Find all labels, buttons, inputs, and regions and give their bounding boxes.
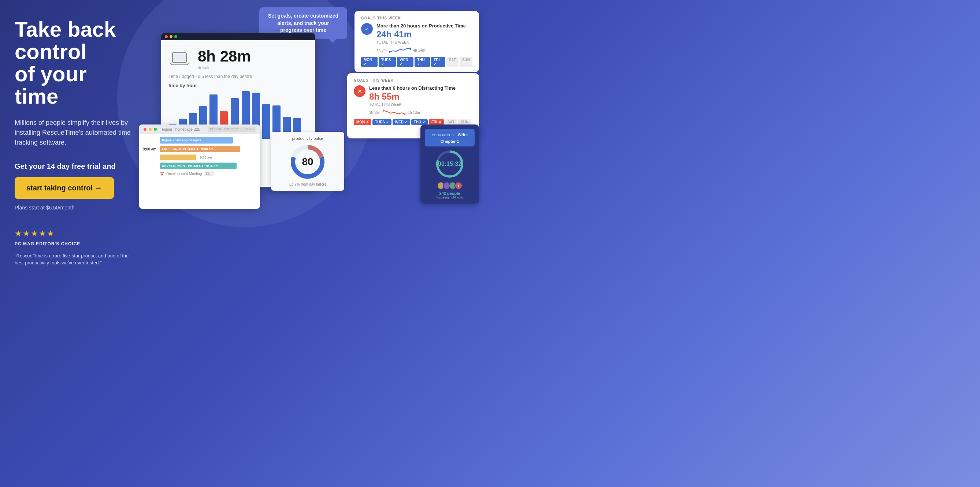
cal-icon-meeting: 📅: [160, 172, 164, 176]
day-sun-1: SUN: [460, 57, 473, 67]
cal-bar-1: Figma - new app designs: [160, 137, 233, 143]
bar-grp10: [262, 104, 270, 140]
time-logged: 8h 28m: [198, 48, 251, 65]
bar-11: [272, 105, 280, 135]
day-badges-1: MON ✓ TUES ✓ WED ✓ THU ✓ FRI ✓ SAT SUN: [361, 57, 473, 67]
cal-item-5: 📅 Development Meeting 30m: [143, 171, 256, 176]
goal-card-productive: GOALS THIS WEEK ✓ More than 20 hours on …: [355, 11, 479, 72]
cal-item-3: 9:15 am: [143, 154, 256, 161]
goal-total-1: TOTAL THIS WEEK: [377, 40, 466, 44]
pulse-score: 80: [302, 156, 313, 168]
focus-header: YOUR FOCUS: Write Chapter 1: [425, 129, 475, 146]
calendar-card: Figma - homepage B2B DESIGN PROJECT · 8:…: [139, 124, 260, 209]
time-logged-label: details: [198, 65, 251, 70]
testimonial-quote: "RescueTime is a rare five-star product …: [15, 252, 132, 267]
day-tue-1: TUES ✓: [379, 57, 396, 67]
pulse-subtitle: Up 7% from day before: [275, 182, 340, 186]
hero-subtitle: Millions of people simplify their lives …: [15, 118, 135, 148]
svg-point-1: [410, 48, 411, 50]
goal-header-2: ✕ Less than 6 hours on Distracting Time …: [354, 85, 473, 116]
goal-icon-check: ✓: [361, 23, 373, 35]
avatar-more: +: [455, 181, 463, 190]
svg-rect-5: [173, 54, 186, 62]
goal-total-2: TOTAL THIS WEEK: [369, 102, 456, 107]
cal-items: Figma - new app designs 9:00 am FREELANC…: [139, 134, 260, 179]
dot-yellow: [170, 35, 172, 38]
day-tue-2: TUES ✓: [372, 119, 391, 125]
day-mon-2: MON ✗: [354, 119, 371, 125]
focus-timer-ring: 00:15:32: [435, 150, 465, 179]
day-wed-1: WED ✓: [397, 57, 414, 67]
bar-10: [262, 104, 270, 139]
cal-bar-3: [160, 154, 196, 161]
day-sat-1: SAT: [446, 57, 458, 67]
focus-card: YOUR FOCUS: Write Chapter 1 00:15:32 + 2…: [420, 124, 479, 204]
focus-time: 00:15:32: [438, 161, 461, 167]
cal-bar-4: DEVELOPMENT PROJECT · 9:15 am: [160, 162, 237, 169]
cal-dot-green: [154, 128, 157, 131]
goal-header-1: ✓ More than 20 hours on Productive Time …: [361, 23, 473, 54]
dot-green: [174, 35, 177, 38]
cta-pre: Get your 14 day free trial and: [15, 162, 135, 170]
right-panel: Set goals, create customized alerts, and…: [146, 0, 490, 487]
goal-hours-2: 8h 55m: [369, 92, 456, 102]
sparkline-2: [383, 109, 406, 116]
pulse-title: productivity pulse: [275, 136, 340, 141]
price-note: Plans start at $6.50/month: [15, 205, 135, 210]
focus-people-sub: focusing right now: [425, 196, 475, 199]
cal-item-4: DEVELOPMENT PROJECT · 9:15 am: [143, 162, 256, 169]
laptop-icon: [169, 50, 191, 68]
star-rating: ★★★★★: [15, 229, 135, 239]
cal-item-2: 9:00 am FREELANCE PROJECT · 9:00 am: [143, 146, 256, 152]
cal-dot-red: [143, 128, 146, 131]
goal-icon-x: ✕: [354, 85, 366, 97]
goal-label-2: GOALS THIS WEEK: [354, 78, 473, 83]
cal-bar-2: FREELANCE PROJECT · 9:00 am: [160, 146, 240, 152]
cal-dot-yellow: [149, 128, 152, 131]
hero-title: Take back control of your time: [15, 18, 135, 108]
donut-container: 80: [289, 143, 326, 180]
day-mon-1: MON ✓: [361, 57, 377, 67]
cal-tag: DESIGN PROJECT · 8:15 am: [208, 127, 256, 132]
cta-button[interactable]: start taking control →: [15, 177, 114, 199]
sparkline-1: [389, 46, 411, 54]
goal-hours-1: 24h 41m: [377, 29, 466, 40]
dashboard-titlebar: [161, 33, 315, 40]
day-wed-2: WED ✓: [393, 119, 410, 125]
time-subtitle: Time Logged - 0.5 less than the day befo…: [169, 74, 308, 79]
editor-choice: PC MAG EDITOR'S CHOICE: [15, 241, 135, 247]
pulse-card: productivity pulse 80 Up 7% from day bef…: [271, 132, 344, 191]
svg-point-2: [383, 110, 385, 112]
goal-title-2: Less than 6 hours on Distracting Time: [369, 85, 456, 91]
svg-point-3: [404, 113, 406, 115]
goal-spark-2: 1h 32m 2h 13m: [369, 109, 456, 116]
cal-item-1: Figma - new app designs: [143, 137, 256, 143]
cal-header-title: Figma - homepage B2B: [162, 127, 201, 132]
day-fri-1: FRI ✓: [431, 57, 445, 67]
focus-avatars: +: [425, 181, 475, 190]
left-panel: Take back control of your time Millions …: [0, 0, 146, 487]
cal-header: Figma - homepage B2B DESIGN PROJECT · 8:…: [139, 124, 260, 134]
section-title: time by hour: [169, 83, 308, 88]
focus-people-count: 242 people: [425, 191, 475, 196]
goal-title-1: More than 20 hours on Productive Time: [377, 23, 466, 29]
goal-spark-1: 4h 3m 4h 54m: [377, 46, 466, 54]
day-thu-1: THU ✓: [415, 57, 430, 67]
goal-label-1: GOALS THIS WEEK: [361, 16, 473, 20]
focus-label: YOUR FOCUS:: [432, 133, 455, 137]
dot-red: [165, 35, 168, 38]
svg-point-0: [389, 51, 390, 53]
hero-section: Take back control of your time Millions …: [0, 0, 490, 487]
time-display: 8h 28m details: [169, 48, 308, 70]
